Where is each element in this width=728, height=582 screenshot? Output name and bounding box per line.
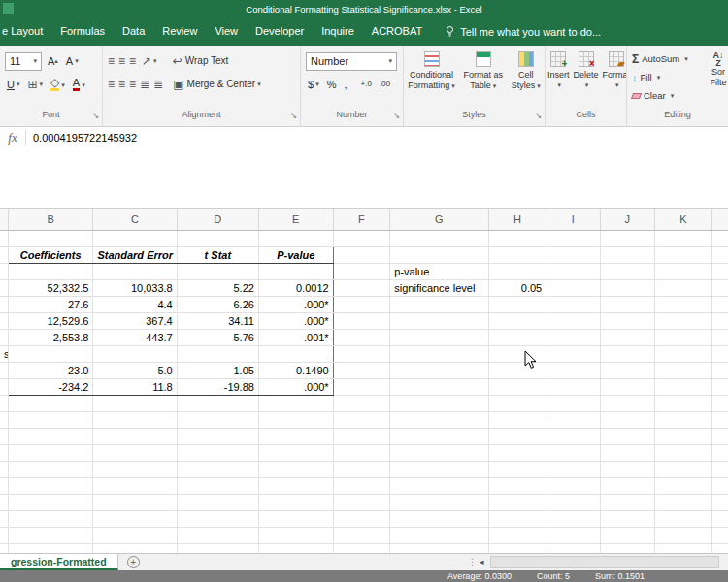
cell[interactable] — [9, 395, 93, 411]
cell[interactable] — [488, 312, 546, 329]
cell[interactable] — [600, 378, 654, 395]
column-header[interactable] — [0, 209, 9, 230]
cell[interactable] — [333, 428, 390, 444]
cell[interactable] — [0, 477, 9, 494]
cell[interactable] — [600, 428, 654, 444]
fill-color-button[interactable]: ◇▾ — [49, 77, 67, 92]
column-header[interactable]: G — [390, 209, 488, 230]
tab-inquire[interactable]: Inquire — [313, 17, 363, 46]
cell[interactable]: 10,033.8 — [93, 279, 177, 296]
cell[interactable] — [390, 246, 488, 263]
cell[interactable] — [600, 444, 654, 461]
cell[interactable] — [711, 230, 728, 246]
formula-bar-value[interactable]: 0.0004195722145932 — [33, 132, 137, 144]
cell[interactable] — [711, 296, 728, 312]
tab-page-layout[interactable]: e Layout — [0, 17, 51, 46]
cell[interactable] — [488, 329, 546, 345]
align-bottom-icon[interactable]: ≡ — [129, 55, 136, 67]
fx-icon[interactable]: fx — [0, 130, 25, 146]
cell[interactable] — [655, 461, 712, 477]
cell[interactable]: s — [0, 345, 9, 362]
cell[interactable]: 4.4 — [93, 296, 177, 312]
dialog-launcher-icon[interactable]: ↘ — [290, 113, 297, 120]
cell[interactable] — [258, 494, 333, 510]
font-color-button[interactable]: A▾ — [71, 77, 87, 92]
column-header[interactable]: D — [177, 209, 258, 230]
cell[interactable] — [600, 296, 654, 312]
cell[interactable] — [390, 527, 488, 543]
cell[interactable]: 23.0 — [9, 362, 93, 378]
cell[interactable] — [655, 296, 712, 312]
tab-review[interactable]: Review — [153, 17, 206, 46]
cell[interactable] — [390, 510, 488, 527]
cell[interactable] — [600, 230, 654, 246]
cell[interactable] — [655, 378, 712, 395]
cell[interactable] — [488, 461, 546, 477]
tab-data[interactable]: Data — [114, 17, 153, 46]
scrollbar-resize-handle[interactable]: ⋮ — [468, 557, 477, 566]
cell[interactable]: .001* — [258, 329, 333, 345]
cell[interactable] — [9, 527, 93, 543]
cell[interactable] — [177, 230, 258, 246]
cell[interactable] — [0, 444, 9, 461]
cell[interactable] — [93, 230, 177, 246]
dialog-launcher-icon[interactable]: ↘ — [92, 113, 99, 120]
cell[interactable]: Coefficients — [9, 246, 93, 263]
cell[interactable] — [333, 329, 390, 345]
cell[interactable] — [93, 444, 177, 461]
cell[interactable] — [333, 461, 390, 477]
cell[interactable] — [177, 428, 258, 444]
cell[interactable]: 6.26 — [177, 296, 258, 312]
sort-filter-button[interactable]: A↓ Z Sor Filte — [697, 49, 728, 89]
cell[interactable] — [546, 362, 600, 378]
cell[interactable] — [655, 543, 712, 553]
column-header[interactable]: L — [711, 209, 728, 230]
column-header[interactable]: F — [333, 209, 390, 230]
cell[interactable]: 367.4 — [93, 312, 177, 329]
increase-font-size-button[interactable]: A▴ — [46, 54, 60, 68]
cell[interactable] — [546, 395, 600, 411]
cell[interactable]: .000* — [258, 378, 333, 395]
cell[interactable]: 0.1490 — [258, 362, 333, 378]
cell[interactable] — [546, 477, 600, 494]
cell[interactable] — [0, 543, 9, 553]
cell[interactable] — [600, 246, 654, 263]
cell[interactable] — [711, 411, 728, 428]
cell[interactable] — [390, 411, 488, 428]
cell[interactable] — [9, 411, 93, 428]
column-header[interactable]: C — [93, 209, 177, 230]
cell[interactable] — [600, 543, 654, 553]
cell[interactable] — [390, 444, 488, 461]
cell[interactable] — [488, 395, 546, 411]
cell[interactable] — [9, 494, 93, 510]
cell[interactable] — [9, 263, 93, 279]
cell[interactable] — [546, 543, 600, 553]
cell[interactable] — [711, 527, 728, 543]
cell[interactable] — [600, 329, 654, 345]
cell[interactable] — [333, 411, 390, 428]
cell[interactable]: 52,332.5 — [9, 279, 93, 296]
cell[interactable]: 5.76 — [177, 329, 258, 345]
cell[interactable] — [546, 378, 600, 395]
cell[interactable] — [93, 461, 177, 477]
cell[interactable] — [9, 477, 93, 494]
cell[interactable] — [488, 263, 546, 279]
column-header[interactable]: E — [258, 209, 333, 230]
format-cells-button[interactable]: ▰ Format ▾ — [601, 49, 627, 108]
cell[interactable] — [93, 527, 177, 543]
cell[interactable] — [177, 395, 258, 411]
cell[interactable]: .000* — [258, 312, 333, 329]
cell[interactable] — [333, 543, 390, 553]
cell[interactable] — [258, 444, 333, 461]
cell[interactable] — [711, 362, 728, 378]
cell[interactable]: 34.11 — [177, 312, 258, 329]
cell[interactable] — [93, 510, 177, 527]
cell[interactable]: 27.6 — [9, 296, 93, 312]
cell[interactable]: 443.7 — [93, 329, 177, 345]
cell[interactable]: 1.05 — [177, 362, 258, 378]
percent-format-button[interactable]: % — [325, 78, 339, 91]
cell[interactable] — [655, 428, 712, 444]
cell[interactable] — [711, 329, 728, 345]
cell[interactable] — [258, 395, 333, 411]
cell[interactable] — [0, 312, 9, 329]
